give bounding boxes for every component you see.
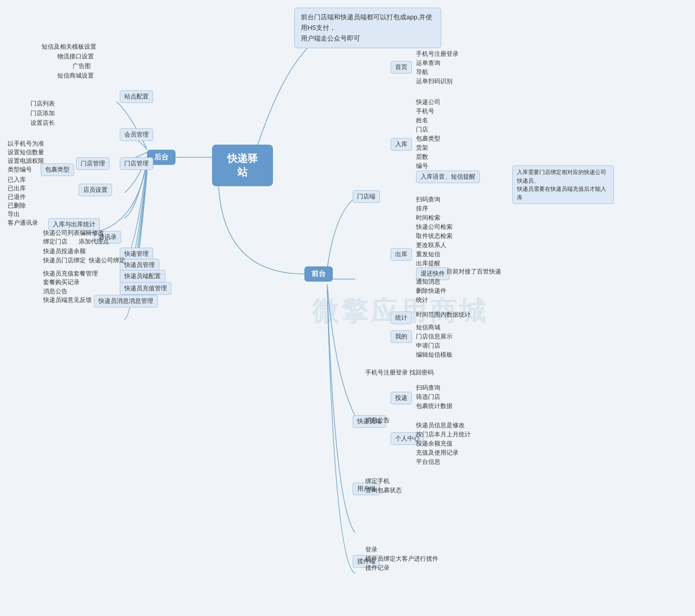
inbound-done: 已入库 [8,176,26,184]
notify-msg: 通知消息 [416,278,440,286]
phone-based: 以手机号为准 [8,140,44,148]
staff-settings-node: 店员设置 [79,184,112,196]
courier-config-node: 快递员端配置 [120,270,165,283]
delivery-node: 投递 [391,392,412,404]
bsy-express: 目前对接了百世快递 [446,267,501,276]
sms-mall: 短信商城 [416,323,440,332]
courier-info-modify: 快递员信息是修改 [416,421,465,430]
scan-query: 扫码查询 [416,195,440,204]
full-name: 姓名 [416,116,428,125]
connections-svg [0,0,695,616]
mind-map: 微擎应用商城 前台门店端和快递员端都可以打包成app,并使用H5支付，用户端走公… [0,0,695,616]
status-search: 取件状态检索 [416,232,453,241]
ad-image: 广告图 [73,62,91,71]
outbound-remind: 出库提醒 [416,259,440,268]
delivery-scan-query: 扫码查询 [416,384,440,392]
courier-msg-node: 快递员消息消息管理 [94,295,158,307]
apply-shop: 申请门店 [416,341,440,350]
recharge-record: 充值及使用记录 [416,449,459,457]
courier-login: 手机号注册登录 找回密码 [365,368,434,377]
member-mgmt-node: 会员管理 [120,128,153,141]
collector-login: 登录 [365,545,377,554]
package-type-fe: 包裹类型 [416,134,440,143]
phone-register: 手机号注册登录 [416,50,459,58]
package-stats: 包裹统计数据 [416,402,453,410]
set-power: 设置电源权限 [8,157,44,165]
tooltip-box: 前台门店端和快递员端都可以打包成app,并使用H5支付，用户端走公众号即可 [294,8,441,48]
collector-records: 揽件记录 [365,564,390,572]
bind-shop: 绑定门店 [43,237,67,246]
time-range-stats: 时间范围内数据统计 [416,311,471,319]
bind-phone: 绑定手机 [365,477,390,486]
branch-frontend: 前台 [304,266,333,282]
shop-info-display: 门店信息展示 [416,332,453,341]
change-contact: 更改联系人 [416,241,446,250]
set-sms-count: 设置短信数量 [8,148,44,157]
outbound-done: 已出库 [8,184,26,193]
announcement: 消息公告 [43,287,67,296]
shelf: 货架 [416,144,428,152]
shop-list: 门店列表 [30,99,55,108]
express-company-list: 快递公司列表编辑修改 [43,229,104,237]
courier-announcement: 消息公告 [365,416,390,425]
courier-delivery-balance: 快递员投递余额 [43,247,86,256]
waybill-query: 运单查询 [416,59,440,67]
courier-shop-bind: 快递员门店绑定 [43,256,86,265]
monthly-stats: 按门店本月上月统计 [416,430,471,439]
mine-node: 我的 [391,330,412,343]
central-label: 快递驿站 [227,153,258,178]
package-buy-record: 套餐购买记录 [43,278,80,287]
deleted: 已删除 [8,201,26,210]
inbound-node: 入库 [391,138,412,151]
shop-mgmt-inner: 门店管理 [76,157,110,170]
inbound-reminder-node: 入库语音、短信提醒 [416,170,480,183]
customer-contacts: 客户通讯录 [8,219,38,227]
courier-recharge-node: 快递员充值管理 [120,282,171,295]
type-code: 类型编号 [8,165,32,174]
package-type-node: 包裹类型 [41,163,74,176]
layer: 层数 [416,153,428,161]
central-node: 快递驿站 [212,145,273,186]
courier-feedback: 快递员端意见反馈 [43,296,92,304]
shop-add: 门店添加 [30,109,55,118]
express-company-search: 快递公司检索 [416,223,453,231]
express-company: 快递公司 [416,98,440,107]
returned: 已退件 [8,193,26,201]
phone-num: 手机号 [416,107,434,116]
station-config-node: 站点配置 [120,90,153,103]
shop-manager: 设置店长 [30,119,55,127]
add-agent: 添加代理点 [79,237,109,246]
edit-sms-template: 编辑短信模板 [416,351,453,359]
sms-store: 短信商城设置 [57,72,94,80]
delete-package: 删除快递件 [416,287,446,295]
courier-company-bind: 快递公司绑定 [89,256,125,265]
logistics-api: 物流接口设置 [57,52,94,61]
resend-sms: 重发短信 [416,250,440,259]
store: 门店 [416,125,428,134]
sms-templates: 短信及相关模板设置 [42,43,96,51]
delivery-balance-recharge: 投递余额充值 [416,439,453,448]
query-package-status: 查询包裹状态 [365,486,402,495]
outbound-node: 出库 [391,248,412,261]
backend-label: 后台 [154,153,168,161]
collector-bind-customer: 揽件员绑定大客户进行揽件 [365,555,438,563]
filter-shop: 筛选门店 [416,393,440,401]
platform-info: 平台信息 [416,458,440,466]
homepage-node: 首页 [391,61,412,74]
time-search: 时间检索 [416,214,440,222]
shop-mgmt-outer: 门店管理 [120,157,153,170]
frontend-label: 前台 [311,269,326,278]
shop-terminal-node: 门店端 [353,190,380,203]
waybill-scan: 运单扫码识别 [416,77,453,86]
stats-node: 统计 [391,312,412,324]
tooltip-text: 前台门店端和快递员端都可以打包成app,并使用H5支付，用户端走公众号即可 [301,13,432,42]
navigation: 导航 [416,68,428,77]
inbound-note: 入库需要门店绑定相对应的快递公司快递员、快递员需要在快递员端充值后才能入库 [512,165,614,204]
stats-fe: 统计 [416,296,428,304]
courier-package-mgmt: 快递员充值套餐管理 [43,269,98,278]
sort: 排序 [416,204,428,213]
number: 编号 [416,162,428,170]
export: 导出 [8,210,20,219]
